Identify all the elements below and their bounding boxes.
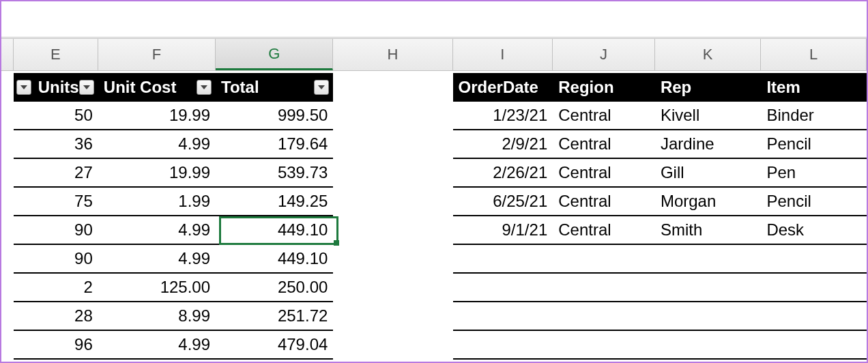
cell-region[interactable]: [553, 331, 655, 360]
cell-rep[interactable]: Smith: [655, 216, 762, 245]
cell-orderdate[interactable]: 2/9/21: [453, 130, 553, 159]
cell-unitcost[interactable]: 4.99: [98, 130, 216, 159]
table-header-rep[interactable]: Rep: [655, 73, 762, 102]
cell-region[interactable]: Central: [553, 188, 655, 216]
cell-item[interactable]: Binder: [761, 102, 867, 130]
cell-orderdate[interactable]: 9/1/21: [453, 216, 553, 245]
col-header-F[interactable]: F: [98, 39, 216, 70]
cell-unitcost[interactable]: 19.99: [98, 159, 216, 188]
cell-region[interactable]: [553, 302, 655, 331]
cell-rep[interactable]: Morgan: [655, 188, 762, 216]
cell-rep[interactable]: [655, 302, 762, 331]
cell-item[interactable]: Pencil: [761, 130, 867, 159]
cell-orderdate[interactable]: 6/25/21: [453, 188, 553, 216]
col-header-E[interactable]: E: [14, 39, 98, 70]
cell-total[interactable]: 449.10: [216, 245, 333, 274]
cell-total[interactable]: 179.64: [216, 130, 333, 159]
filter-icon[interactable]: [16, 80, 31, 95]
cell-item[interactable]: Desk: [761, 216, 867, 245]
cell-item[interactable]: [761, 331, 867, 360]
cell-total[interactable]: 149.25: [216, 188, 333, 216]
cell-region[interactable]: Central: [553, 102, 655, 130]
cell-empty[interactable]: [333, 130, 452, 159]
cell-empty[interactable]: [333, 274, 452, 302]
cell-unitcost[interactable]: 8.99: [98, 302, 216, 331]
cell-rep[interactable]: Jardine: [655, 130, 762, 159]
column-headers: E F G H I J K L: [1, 39, 867, 71]
table-header-total[interactable]: Total: [216, 73, 333, 102]
col-header-K[interactable]: K: [655, 39, 762, 70]
cell-unitcost[interactable]: 1.99: [98, 188, 216, 216]
col-header-J[interactable]: J: [553, 39, 655, 70]
cell-rep[interactable]: [655, 245, 762, 274]
cell-empty[interactable]: [333, 216, 452, 245]
cell-empty[interactable]: [333, 245, 452, 274]
cell-units[interactable]: 90: [14, 216, 98, 245]
cell-units[interactable]: 90: [14, 245, 98, 274]
cell-orderdate[interactable]: [453, 245, 553, 274]
cell-item[interactable]: Pencil: [761, 188, 867, 216]
cell-item[interactable]: Pen: [761, 159, 867, 188]
cell-orderdate[interactable]: [453, 274, 553, 302]
spreadsheet-grid[interactable]: Units Unit Cost Total OrderDate Region R…: [1, 73, 867, 362]
filter-icon[interactable]: [314, 80, 329, 95]
cell-item[interactable]: [761, 274, 867, 302]
cell-region[interactable]: Central: [553, 130, 655, 159]
cell-rep[interactable]: [655, 274, 762, 302]
col-header-G[interactable]: G: [216, 39, 333, 70]
cell-orderdate[interactable]: 2/26/21: [453, 159, 553, 188]
cell-total[interactable]: 250.00: [216, 274, 333, 302]
cell-total[interactable]: 479.04: [216, 331, 333, 360]
cell-unitcost[interactable]: 19.99: [98, 102, 216, 130]
cell-unitcost[interactable]: 125.00: [98, 274, 216, 302]
cell-unitcost[interactable]: 4.99: [98, 331, 216, 360]
cell-units[interactable]: 36: [14, 130, 98, 159]
cell-total[interactable]: 539.73: [216, 159, 333, 188]
table-header-unitcost[interactable]: Unit Cost: [98, 73, 216, 102]
cell-region[interactable]: Central: [553, 216, 655, 245]
col-header-I[interactable]: I: [453, 39, 553, 70]
cell-rep[interactable]: Gill: [655, 159, 762, 188]
cell-units[interactable]: 28: [14, 302, 98, 331]
cell-orderdate[interactable]: [453, 302, 553, 331]
cell-rep[interactable]: [655, 331, 762, 360]
cell-units[interactable]: 75: [14, 188, 98, 216]
cell-region[interactable]: [553, 245, 655, 274]
table-header-region[interactable]: Region: [553, 73, 655, 102]
cell-item[interactable]: [761, 245, 867, 274]
cell-total[interactable]: 449.10: [216, 216, 333, 245]
cell-units[interactable]: 50: [14, 102, 98, 130]
cell-unitcost[interactable]: 4.99: [98, 245, 216, 274]
col-header-L[interactable]: L: [761, 39, 867, 70]
table-header-units[interactable]: Units: [14, 73, 98, 102]
table-header-orderdate[interactable]: OrderDate: [453, 73, 553, 102]
cell-empty[interactable]: [333, 188, 452, 216]
cell-region[interactable]: Central: [553, 159, 655, 188]
cell-rep[interactable]: Kivell: [655, 102, 762, 130]
cell-empty[interactable]: [333, 302, 452, 331]
col-header-H[interactable]: H: [333, 39, 452, 70]
cell-orderdate[interactable]: [453, 331, 553, 360]
cell-units[interactable]: 96: [14, 331, 98, 360]
cell-empty[interactable]: [333, 159, 452, 188]
cell-empty[interactable]: [333, 73, 452, 102]
cell-orderdate[interactable]: 1/23/21: [453, 102, 553, 130]
filter-icon[interactable]: [197, 80, 212, 95]
cell-units[interactable]: 27: [14, 159, 98, 188]
cell-empty[interactable]: [333, 102, 452, 130]
table-header-item[interactable]: Item: [761, 73, 867, 102]
cell-total[interactable]: 251.72: [216, 302, 333, 331]
filter-icon[interactable]: [79, 80, 94, 95]
cell-region[interactable]: [553, 274, 655, 302]
cell-item[interactable]: [761, 302, 867, 331]
formula-bar-area[interactable]: [1, 1, 867, 39]
cell-empty[interactable]: [333, 331, 452, 360]
cell-total[interactable]: 999.50: [216, 102, 333, 130]
cell-units[interactable]: 2: [14, 274, 98, 302]
cell-unitcost[interactable]: 4.99: [98, 216, 216, 245]
